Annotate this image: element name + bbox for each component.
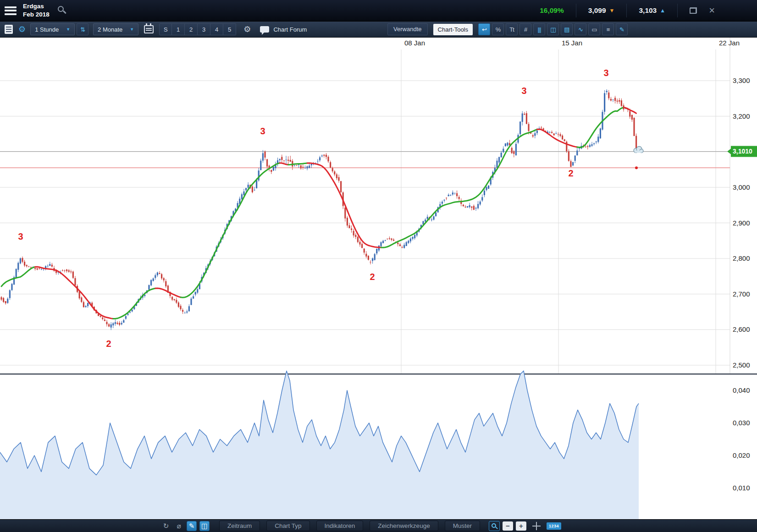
chart-forum-button[interactable]: Chart Forum — [260, 26, 307, 33]
menu-icon[interactable] — [5, 6, 17, 15]
zigzag-tool-icon[interactable]: ∿ — [575, 23, 586, 35]
sell-price: 3,099 — [588, 6, 606, 15]
indicator-axis-label: 0,020 — [733, 451, 750, 459]
disable-drawing-icon[interactable]: ⌀ — [174, 521, 184, 531]
change-percent: 16,09% — [540, 6, 564, 15]
wave-label: 2 — [370, 272, 375, 282]
print-icon[interactable]: ≡ — [602, 23, 614, 35]
draw-mode-icon[interactable]: ✎ — [187, 521, 197, 531]
chevron-down-icon: ▼ — [130, 27, 134, 32]
instrument-title: Erdgas Feb 2018 — [23, 2, 50, 18]
menu-button-chart-typ[interactable]: Chart Typ — [266, 521, 309, 531]
y-axis-label: 2,700 — [733, 290, 750, 298]
price-chart[interactable]: 3,3003,2003,1003,0002,9002,8002,7002,600… — [0, 38, 757, 519]
menu-button-indikatoren[interactable]: Indikatoren — [316, 521, 364, 531]
chart-forum-label: Chart Forum — [273, 26, 307, 33]
wave-label: 3 — [18, 231, 23, 241]
search-icon[interactable] — [58, 6, 67, 15]
chart-settings-gear-icon[interactable]: ⚙ — [18, 24, 26, 34]
buy-price-button[interactable]: 3,103 ▲ — [639, 6, 665, 15]
contract-month: Feb 2018 — [23, 11, 50, 19]
sell-price-button[interactable]: 3,099 ▼ — [588, 6, 615, 15]
indicator-axis-label: 0,010 — [733, 484, 750, 492]
range-button-4[interactable]: 4 — [210, 23, 223, 35]
divider — [626, 4, 627, 17]
instrument-name: Erdgas — [23, 2, 50, 11]
bottom-toolbar: ↻⌀✎◫ ZeitraumChart TypIndikatorenZeichen… — [0, 519, 757, 532]
chart-toolbar: ⚙ 1 Stunde ▼ ⇅ 2 Monate ▼ S12345 ⚙ Chart… — [0, 22, 757, 38]
current-price-badge: 3,1010 — [733, 148, 752, 155]
wave-label: 2 — [568, 168, 573, 178]
grid-toggle-icon[interactable]: # — [519, 23, 531, 35]
titlebar-right: 16,09% 3,099 ▼ 3,103 ▲ × — [540, 4, 757, 17]
range-button-1[interactable]: 1 — [172, 23, 185, 35]
interval-value: 1 Stunde — [35, 26, 59, 33]
wave-label: 2 — [106, 339, 111, 349]
calendar-icon[interactable] — [144, 25, 154, 33]
range-button-s[interactable]: S — [159, 23, 172, 35]
y-axis-label: 2,600 — [733, 325, 750, 333]
tick-down-icon: ▼ — [609, 7, 615, 14]
interval-dropdown[interactable]: 1 Stunde ▼ — [30, 23, 75, 35]
notes-icon[interactable] — [5, 25, 13, 34]
quick-range-buttons: S12345 — [159, 23, 236, 35]
percent-scale-icon[interactable]: % — [492, 23, 504, 35]
chart-menu-buttons: ZeitraumChart TypIndikatorenZeichenwerkz… — [216, 521, 483, 531]
wave-label: 3 — [260, 126, 265, 136]
wave-label: 3 — [521, 86, 526, 96]
wave-label: 3 — [603, 68, 608, 78]
chevron-down-icon: ▼ — [66, 27, 70, 32]
y-axis-label: 2,800 — [733, 254, 750, 262]
y-axis-label: 2,500 — [733, 361, 750, 369]
divider — [576, 4, 576, 17]
zoom-out-button[interactable]: − — [503, 521, 513, 531]
crosshair-icon[interactable] — [532, 521, 541, 531]
speech-bubble-icon — [260, 26, 269, 33]
titlebar: Erdgas Feb 2018 16,09% 3,099 ▼ 3,103 ▲ × — [0, 0, 757, 22]
window-restore-icon[interactable] — [690, 7, 697, 14]
zoom-in-button[interactable]: + — [516, 521, 526, 531]
y-axis-label: 2,900 — [733, 219, 750, 227]
buy-price: 3,103 — [639, 6, 657, 15]
refresh-icon[interactable]: ↻ — [161, 521, 171, 531]
text-size-icon[interactable]: Tt — [506, 23, 518, 35]
chart-type-toggle-icon[interactable]: ◫ — [199, 521, 210, 531]
box-tool-icon[interactable]: ▭ — [588, 23, 600, 35]
drawing-settings-icon[interactable]: ✎ — [616, 23, 628, 35]
x-axis-label: 08 Jan — [404, 39, 425, 47]
indicator-axis-label: 0,030 — [733, 419, 750, 427]
candlestick-type-icon[interactable]: ◫ — [547, 23, 559, 35]
data-values-badge[interactable]: 1234 — [547, 522, 561, 530]
range-button-3[interactable]: 3 — [198, 23, 210, 35]
menu-button-zeichenwerkzeuge[interactable]: Zeichenwerkzeuge — [370, 521, 438, 531]
divider — [677, 4, 678, 17]
y-axis-label: 3,300 — [733, 77, 750, 84]
x-axis-label: 22 Jan — [719, 39, 740, 47]
menu-button-zeitraum[interactable]: Zeitraum — [219, 521, 260, 531]
window-close-icon[interactable]: × — [709, 5, 715, 16]
scale-lock-icon[interactable]: ⇅ — [77, 23, 88, 35]
range-button-5[interactable]: 5 — [223, 23, 236, 35]
y-axis-label: 3,000 — [733, 183, 750, 191]
x-axis-label: 15 Jan — [562, 39, 582, 47]
undo-icon[interactable]: ↩ — [478, 23, 490, 35]
chart-tool-icons: ↩%Tt#|||◫▤∿▭≡✎ — [476, 23, 628, 35]
indicator-axis-label: 0,040 — [733, 386, 750, 394]
related-button[interactable]: Verwandte — [387, 23, 427, 35]
range-value: 2 Monate — [98, 26, 122, 33]
settings-gear-icon[interactable]: ⚙ — [243, 24, 251, 34]
menu-button-muster[interactable]: Muster — [445, 521, 480, 531]
range-dropdown[interactable]: 2 Monate ▼ — [93, 23, 138, 35]
chart-layout-icon[interactable]: ▤ — [561, 23, 573, 35]
bar-chart-type-icon[interactable]: ||| — [533, 23, 545, 35]
range-button-2[interactable]: 2 — [185, 23, 198, 35]
zoom-search-icon[interactable] — [489, 521, 500, 531]
chart-tools-tab[interactable]: Chart-Tools — [433, 24, 473, 35]
tick-up-icon: ▲ — [660, 7, 665, 14]
drawing-mode-icons: ↻⌀✎◫ — [158, 521, 210, 531]
y-axis-label: 3,200 — [733, 112, 750, 120]
trading-app-window: Erdgas Feb 2018 16,09% 3,099 ▼ 3,103 ▲ ×… — [0, 0, 757, 532]
toolbar-right: Verwandte Chart-Tools ↩%Tt#|||◫▤∿▭≡✎ — [387, 23, 628, 35]
zoom-controls: − + 1234 — [489, 521, 561, 531]
